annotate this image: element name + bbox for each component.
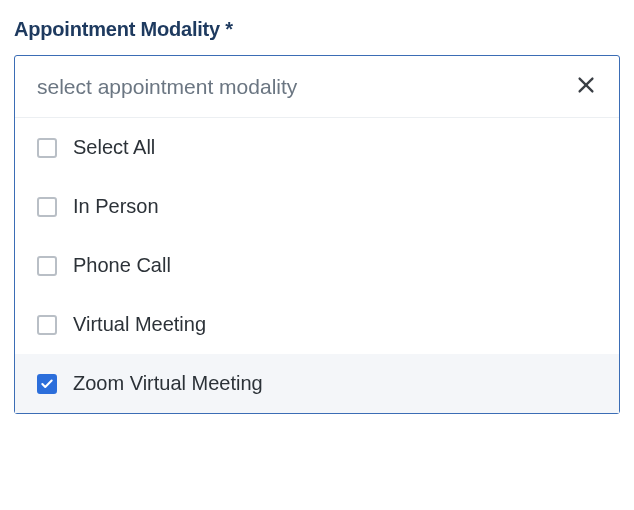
option-label: Phone Call [73,254,171,277]
checkbox-icon [37,197,57,217]
option-label: Zoom Virtual Meeting [73,372,263,395]
field-label: Appointment Modality * [14,18,620,41]
search-row [15,56,619,118]
close-icon [575,74,597,99]
checkbox-icon [37,138,57,158]
option-item[interactable]: Zoom Virtual Meeting [15,354,619,413]
option-item[interactable]: Select All [15,118,619,177]
options-list: Select AllIn PersonPhone CallVirtual Mee… [15,118,619,413]
option-label: In Person [73,195,159,218]
option-label: Virtual Meeting [73,313,206,336]
option-label: Select All [73,136,155,159]
option-item[interactable]: Phone Call [15,236,619,295]
checkbox-icon [37,315,57,335]
option-item[interactable]: Virtual Meeting [15,295,619,354]
clear-button[interactable] [571,70,601,103]
checkbox-icon [37,374,57,394]
checkbox-icon [37,256,57,276]
option-item[interactable]: In Person [15,177,619,236]
dropdown-container: Select AllIn PersonPhone CallVirtual Mee… [14,55,620,414]
search-input[interactable] [37,75,571,99]
